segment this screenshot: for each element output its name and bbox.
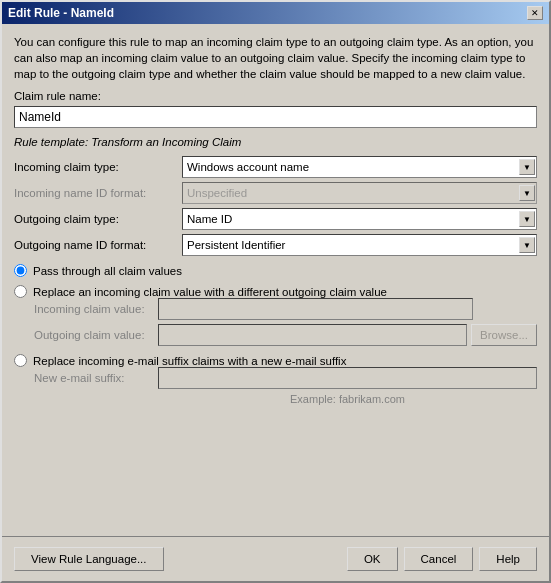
outgoing-name-id-format-select[interactable]: Persistent Identifier: [182, 234, 537, 256]
window-title: Edit Rule - NameId: [8, 6, 114, 20]
edit-rule-window: Edit Rule - NameId ✕ You can configure t…: [0, 0, 551, 583]
description-text: You can configure this rule to map an in…: [14, 34, 537, 82]
incoming-name-id-format-select[interactable]: Unspecified: [182, 182, 537, 204]
pass-through-label[interactable]: Pass through all claim values: [33, 265, 182, 277]
radio-section: Pass through all claim values Replace an…: [14, 264, 537, 405]
replace-value-radio[interactable]: [14, 285, 27, 298]
button-bar: View Rule Language... OK Cancel Help: [2, 541, 549, 581]
incoming-claim-value-input[interactable]: [158, 298, 473, 320]
incoming-claim-value-label: Incoming claim value:: [34, 303, 154, 315]
replace-suffix-radio-row: Replace incoming e-mail suffix claims wi…: [14, 354, 537, 367]
title-bar: Edit Rule - NameId ✕: [2, 2, 549, 24]
help-button[interactable]: Help: [479, 547, 537, 571]
title-bar-buttons: ✕: [527, 6, 543, 20]
outgoing-claim-type-select[interactable]: Name ID: [182, 208, 537, 230]
replace-value-label[interactable]: Replace an incoming claim value with a d…: [33, 286, 387, 298]
replace-value-radio-row: Replace an incoming claim value with a d…: [14, 285, 537, 298]
cancel-button[interactable]: Cancel: [404, 547, 474, 571]
new-email-suffix-row: New e-mail suffix:: [34, 367, 537, 389]
close-button[interactable]: ✕: [527, 6, 543, 20]
right-buttons: OK Cancel Help: [347, 547, 537, 571]
incoming-name-id-format-wrapper: Unspecified ▼: [182, 182, 537, 204]
rule-template-label: Rule template: Transform an Incoming Cla…: [14, 136, 537, 148]
replace-value-subform: Incoming claim value: Outgoing claim val…: [14, 298, 537, 346]
ok-button[interactable]: OK: [347, 547, 398, 571]
replace-suffix-radio[interactable]: [14, 354, 27, 367]
pass-through-radio[interactable]: [14, 264, 27, 277]
incoming-name-id-format-label: Incoming name ID format:: [14, 187, 174, 199]
main-content: You can configure this rule to map an in…: [2, 24, 549, 532]
claim-rule-name-label: Claim rule name:: [14, 90, 537, 102]
browse-button[interactable]: Browse...: [471, 324, 537, 346]
outgoing-claim-value-row: Outgoing claim value: Browse...: [34, 324, 537, 346]
replace-suffix-subform: New e-mail suffix: Example: fabrikam.com: [14, 367, 537, 405]
incoming-claim-type-select[interactable]: Windows account name: [182, 156, 537, 178]
outgoing-claim-value-label: Outgoing claim value:: [34, 329, 154, 341]
outgoing-claim-type-label: Outgoing claim type:: [14, 213, 174, 225]
outgoing-claim-value-input[interactable]: [158, 324, 467, 346]
form-fields: Incoming claim type: Windows account nam…: [14, 156, 537, 256]
example-text: Example: fabrikam.com: [34, 393, 537, 405]
outgoing-name-id-format-wrapper: Persistent Identifier ▼: [182, 234, 537, 256]
claim-rule-name-group: Claim rule name:: [14, 90, 537, 128]
view-rule-language-button[interactable]: View Rule Language...: [14, 547, 164, 571]
replace-suffix-section: Replace incoming e-mail suffix claims wi…: [14, 354, 537, 405]
outgoing-claim-type-wrapper: Name ID ▼: [182, 208, 537, 230]
new-email-suffix-label: New e-mail suffix:: [34, 372, 154, 384]
incoming-claim-value-row: Incoming claim value:: [34, 298, 537, 320]
replace-suffix-label[interactable]: Replace incoming e-mail suffix claims wi…: [33, 355, 346, 367]
divider: [2, 536, 549, 537]
incoming-claim-type-wrapper: Windows account name ▼: [182, 156, 537, 178]
new-email-suffix-input[interactable]: [158, 367, 537, 389]
pass-through-radio-row: Pass through all claim values: [14, 264, 537, 277]
claim-rule-name-input[interactable]: [14, 106, 537, 128]
outgoing-name-id-format-label: Outgoing name ID format:: [14, 239, 174, 251]
replace-value-section: Replace an incoming claim value with a d…: [14, 285, 537, 346]
incoming-claim-type-label: Incoming claim type:: [14, 161, 174, 173]
